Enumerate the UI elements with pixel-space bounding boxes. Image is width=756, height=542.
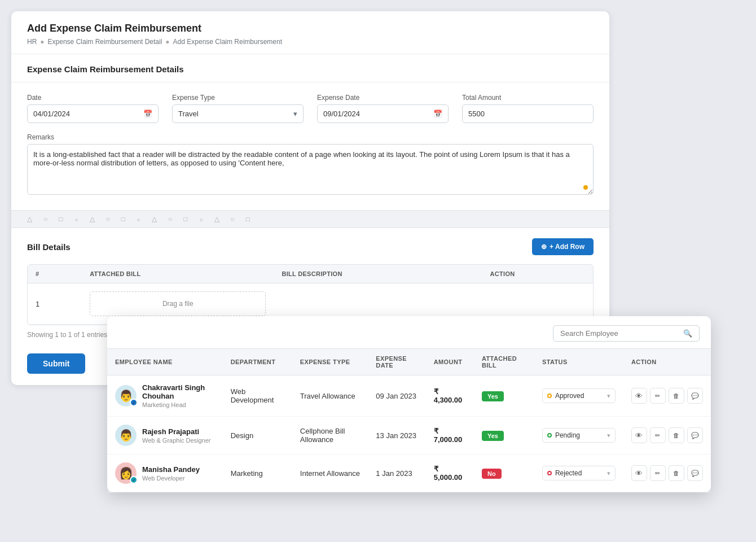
expense-type-cell: Travel Allowance: [292, 375, 368, 417]
employee-table-row: 👨 Rajesh Prajapati Web & Graphic Designe…: [107, 417, 711, 454]
expense-date-cell: 13 Jan 2023: [368, 417, 425, 454]
bill-table-header-row: # ATTACHED BILL BILL DESCRIPTION ACTION: [28, 265, 593, 283]
remarks-dot: [583, 185, 588, 190]
search-employee-input[interactable]: [560, 329, 683, 338]
breadcrumb: HR ● Expense Claim Reimbursement Detail …: [27, 38, 594, 46]
message-icon: 💬: [691, 392, 699, 400]
avatar-wrap: 👩 ✓: [115, 462, 137, 484]
col-expense-type: EXPENSE TYPE: [292, 349, 368, 375]
add-row-button[interactable]: ⊕ + Add Row: [532, 238, 594, 255]
edit-button[interactable]: ✏: [650, 465, 666, 481]
employee-table: EMPLOYEE NAME DEPARTMENT EXPENSE TYPE EX…: [107, 348, 711, 492]
total-amount-input[interactable]: [462, 104, 594, 123]
total-amount-group: Total Amount: [462, 94, 594, 123]
remarks-group: Remarks: [27, 133, 594, 196]
employee-name: Rajesh Prajapati: [142, 427, 210, 436]
expense-date-cell: 09 Jan 2023: [368, 375, 425, 417]
delete-button[interactable]: 🗑: [669, 388, 684, 404]
status-dot: [547, 471, 552, 475]
divider-icon-11: □: [183, 215, 187, 223]
divider-icon-4: ⬦: [74, 215, 78, 223]
eye-icon: 👁: [635, 392, 643, 400]
drag-area[interactable]: Drag a file: [90, 291, 266, 316]
breadcrumb-detail: Expense Claim Reimbursement Detail: [48, 38, 162, 46]
card-header: Add Expense Claim Reimbursement HR ● Exp…: [11, 11, 609, 54]
divider-icon-1: △: [27, 215, 32, 223]
chevron-down-icon-expense: ▾: [293, 110, 297, 118]
divider-icon-9: △: [152, 215, 157, 223]
message-button[interactable]: 💬: [687, 388, 703, 404]
breadcrumb-add: Add Expense Claim Reimbursement: [173, 38, 282, 46]
status-select-wrap[interactable]: Approved ▾: [542, 388, 616, 403]
date-input-wrap[interactable]: 📅: [27, 104, 159, 123]
remarks-textarea[interactable]: [27, 144, 594, 195]
expense-type-group: Expense Type Travel Food Accommodation O…: [172, 94, 304, 123]
chevron-down-icon-status: ▾: [607, 392, 610, 400]
search-input-wrap[interactable]: 🔍: [553, 325, 700, 342]
avatar-badge: ✓: [130, 476, 138, 484]
attached-bill-no: No: [482, 469, 502, 479]
divider-icon-5: △: [90, 215, 95, 223]
divider-icon-2: ○: [43, 215, 47, 223]
message-icon: 💬: [691, 432, 699, 439]
bill-section: Bill Details ⊕ + Add Row # ATTACHED BILL…: [11, 228, 609, 325]
expense-type-select[interactable]: Travel Food Accommodation Other: [178, 105, 293, 123]
department-cell: Design: [223, 417, 292, 454]
edit-button[interactable]: ✏: [650, 388, 666, 404]
action-icons: 👁 ✏ 🗑 💬: [631, 427, 703, 443]
status-text: Pending: [555, 431, 604, 439]
view-button[interactable]: 👁: [631, 465, 647, 481]
delete-button[interactable]: 🗑: [669, 427, 684, 443]
employee-name-cell: 👩 ✓ Manisha Pandey Web Developer: [107, 454, 223, 492]
divider-icon-13: △: [214, 215, 219, 223]
bill-row-num: 1: [28, 283, 82, 325]
employee-table-row: 👩 ✓ Manisha Pandey Web Developer Marketi…: [107, 454, 711, 492]
message-button[interactable]: 💬: [687, 427, 703, 443]
breadcrumb-sep-2: ●: [165, 38, 169, 46]
popup-search-row: 🔍: [107, 316, 711, 348]
edit-button[interactable]: ✏: [650, 427, 666, 443]
view-button[interactable]: 👁: [631, 427, 647, 443]
view-button[interactable]: 👁: [631, 388, 647, 404]
divider-icon-6: ○: [106, 215, 110, 223]
employee-role: Web Developer: [142, 475, 200, 482]
chevron-down-icon-status: ▾: [607, 432, 610, 439]
col-department: DEPARTMENT: [223, 349, 292, 375]
expense-date-input[interactable]: [323, 105, 433, 123]
status-select-wrap[interactable]: Pending ▾: [542, 428, 616, 443]
avatar-wrap: 👨 ✓: [115, 385, 137, 406]
department-cell: Marketing: [223, 454, 292, 492]
trash-icon: 🗑: [673, 392, 679, 399]
calendar-icon-date: 📅: [143, 110, 152, 118]
delete-button[interactable]: 🗑: [669, 465, 684, 481]
employee-name-cell: 👨 Rajesh Prajapati Web & Graphic Designe…: [107, 417, 223, 454]
submit-button[interactable]: Submit: [27, 353, 85, 374]
status-text: Approved: [555, 392, 604, 400]
trash-icon: 🗑: [673, 470, 679, 477]
status-dot: [547, 433, 552, 438]
divider-icon-7: □: [121, 215, 125, 223]
col-amount: AMOUNT: [426, 349, 474, 375]
divider-icon-14: ○: [231, 215, 235, 223]
message-button[interactable]: 💬: [687, 465, 703, 481]
breadcrumb-sep-1: ●: [40, 38, 44, 46]
col-action: ACTION: [623, 349, 711, 375]
date-group: Date 📅: [27, 94, 159, 123]
bill-section-title: Bill Details: [27, 242, 71, 252]
calendar-icon-expense-date: 📅: [433, 110, 442, 118]
employee-table-row: 👨 ✓ Chakravarti Singh Chouhan Marketing …: [107, 375, 711, 417]
divider-icon-8: ⬦: [137, 215, 140, 223]
expense-type-cell: Internet Allowance: [292, 454, 368, 492]
eye-icon: 👁: [635, 469, 643, 478]
expense-type-select-wrap[interactable]: Travel Food Accommodation Other ▾: [172, 104, 304, 123]
status-select-wrap[interactable]: Rejected ▾: [542, 466, 616, 480]
status-cell: Approved ▾: [534, 375, 623, 417]
action-icons: 👁 ✏ 🗑 💬: [631, 388, 703, 404]
expense-date-input-wrap[interactable]: 📅: [317, 104, 449, 123]
eye-icon: 👁: [635, 431, 643, 440]
expense-type-cell: Cellphone Bill Allowance: [292, 417, 368, 454]
divider-icon-3: □: [59, 215, 63, 223]
expense-type-label: Expense Type: [172, 94, 304, 102]
date-input[interactable]: [33, 105, 143, 123]
page-title: Add Expense Claim Reimbursement: [27, 23, 594, 34]
